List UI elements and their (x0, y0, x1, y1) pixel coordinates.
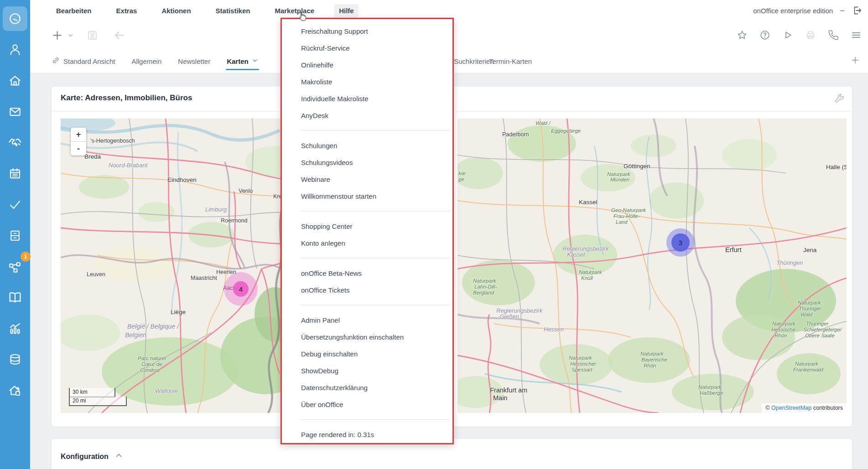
help-menu-item-schulungsvideos[interactable]: Schulungsvideos (282, 154, 452, 171)
menubar-item-marketplace[interactable]: Marketplace (270, 4, 319, 17)
add-tab-icon[interactable] (851, 56, 860, 67)
archive-icon (8, 229, 22, 242)
menubar-item-aktionen[interactable]: Aktionen (157, 4, 195, 17)
help-menu-item-admin-panel[interactable]: Admin Panel (282, 312, 452, 329)
zoom-out-button[interactable]: - (71, 142, 86, 155)
sidebar-item-properties[interactable] (3, 68, 27, 93)
link-icon (52, 56, 60, 66)
map-attribution: © OpenStreetMap contributors (762, 403, 847, 413)
menu-separator (301, 130, 450, 131)
sidebar-item-calendar[interactable] (3, 161, 27, 186)
toolbar-left (52, 24, 125, 46)
help-menu-item-shopping-center[interactable]: Shopping Center (282, 218, 452, 235)
help-menu-items: Freischaltung SupportRückruf-ServiceOnli… (282, 23, 452, 420)
help-menu-item-anydesk[interactable]: AnyDesk (282, 107, 452, 124)
window-controls: onOffice enterprise edition – (753, 0, 863, 21)
help-menu-item-konto-anlegen[interactable]: Konto anlegen (282, 235, 452, 252)
help-menu-item-rückruf-service[interactable]: Rückruf-Service (282, 40, 452, 57)
sidebar: 1 (0, 0, 30, 469)
map-cluster-marker[interactable]: 4 (224, 272, 258, 306)
help-menu-item-datenschutzerklärung[interactable]: Datenschutzerklärung (282, 379, 452, 396)
chevron-down-icon (252, 57, 258, 65)
tab-karten[interactable]: Karten (227, 57, 258, 65)
wrench-icon[interactable] (833, 93, 845, 106)
logout-icon[interactable] (852, 5, 863, 16)
menu-separator (301, 305, 450, 305)
chevron-down-icon[interactable] (68, 32, 73, 38)
attribution-link[interactable]: OpenStreetMap (771, 405, 811, 411)
sidebar-item-process[interactable]: 1 (3, 254, 27, 279)
tab-allgemein[interactable]: Allgemein (131, 57, 161, 65)
toolbar-right (737, 24, 862, 46)
tasks-icon (8, 198, 22, 211)
map-right[interactable]: Wald /EggegebirgePaderbornGöttingenNatur… (457, 119, 847, 413)
help-menu-item-über-onoffice[interactable]: Über onOffice (282, 396, 452, 413)
help-circle-icon[interactable] (759, 30, 770, 41)
tabs: Standard AnsichtAllgemeinNewsletterKarte… (52, 52, 258, 70)
statistics-icon (8, 322, 22, 335)
add-icon[interactable] (52, 30, 63, 41)
sidebar-item-tasks[interactable] (3, 192, 27, 217)
help-menu-item-willkommenstour-starten[interactable]: Willkommenstour starten (282, 188, 452, 205)
help-menu-item-freischaltung-support[interactable]: Freischaltung Support (282, 23, 452, 40)
sidebar-item-archive[interactable] (3, 223, 27, 248)
help-menu-item-onoffice-tickets[interactable]: onOffice Tickets (282, 282, 452, 299)
help-menu: Freischaltung SupportRückruf-ServiceOnli… (281, 18, 454, 444)
render-time-label: Page rendered in: 0.31s (282, 426, 452, 443)
minimize-control[interactable]: – (840, 6, 844, 15)
menubar-item-bearbeiten[interactable]: Bearbeiten (52, 4, 96, 17)
phone-icon[interactable] (828, 30, 839, 41)
tab-suchkriterien[interactable]: Suchkriterien (454, 57, 494, 65)
sidebar-item-statistics[interactable] (3, 316, 27, 341)
sidebar-item-acquisition[interactable] (3, 130, 27, 155)
attribution-suffix: contributors (813, 405, 843, 411)
edition-label: onOffice enterprise edition (753, 7, 833, 15)
help-menu-item-onoffice-beta-news[interactable]: onOffice Beta-News (282, 265, 452, 282)
menu-icon[interactable] (851, 30, 862, 41)
map-cluster-marker[interactable]: 3 (666, 228, 695, 257)
print-icon[interactable] (805, 30, 816, 41)
help-menu-item-debug-einschalten[interactable]: Debug einschalten (282, 345, 452, 362)
help-menu-item-showdebug[interactable]: ShowDebug (282, 362, 452, 379)
calendar-icon (8, 167, 22, 180)
sidebar-item-dashboard[interactable] (3, 6, 27, 31)
help-menu-item-makroliste[interactable]: Makroliste (282, 73, 452, 90)
menu-separator (301, 211, 450, 211)
knowledge-icon (8, 290, 22, 305)
sidebar-item-database[interactable] (3, 347, 27, 372)
attribution-copyright: © (765, 405, 769, 411)
configuration-title: Konfiguration (61, 453, 109, 461)
contacts-icon (8, 43, 22, 57)
save-icon[interactable] (86, 29, 99, 41)
help-menu-item-webinare[interactable]: Webinare (282, 171, 452, 188)
scale-km: 30 km (69, 388, 115, 397)
sidebar-item-projects[interactable] (3, 378, 27, 403)
map-right-art (457, 119, 847, 413)
menubar-item-statistiken[interactable]: Statistiken (211, 4, 255, 17)
star-icon[interactable] (737, 30, 748, 41)
scale-mi: 20 mi (69, 397, 127, 406)
help-menu-item-onlinehilfe[interactable]: Onlinehilfe (282, 57, 452, 73)
acquisition-icon (8, 135, 22, 150)
process-icon (8, 260, 22, 273)
configuration-header[interactable]: Konfiguration (61, 452, 123, 461)
properties-icon (8, 74, 22, 88)
tab-standard-ansicht[interactable]: Standard Ansicht (52, 56, 115, 66)
play-icon[interactable] (782, 30, 793, 41)
menubar-item-extras[interactable]: Extras (112, 4, 142, 17)
sidebar-item-email[interactable] (3, 99, 27, 124)
sidebar-item-contacts[interactable] (3, 37, 27, 62)
sidebar-item-knowledge[interactable] (3, 285, 27, 310)
tab-newsletter[interactable]: Newsletter (178, 57, 210, 65)
marker-count: 4 (233, 281, 249, 297)
help-menu-item-individuelle-makroliste[interactable]: Individuelle Makroliste (282, 90, 452, 107)
menu-separator (301, 258, 450, 258)
zoom-in-button[interactable]: + (71, 128, 86, 142)
tab-termin-karten[interactable]: Termin-Karten (489, 57, 532, 65)
help-menu-item-schulungen[interactable]: Schulungen (282, 137, 452, 154)
map-scale-bar: 30 km 20 mi (69, 388, 127, 406)
map-card-title: Karte: Adressen, Immobilien, Büros (61, 93, 192, 103)
back-icon[interactable] (113, 29, 125, 41)
help-menu-item-übersetzungsfunktion-einschalten[interactable]: Übersetzungsfunktion einschalten (282, 329, 452, 345)
menubar-item-hilfe[interactable]: Hilfe (334, 4, 359, 17)
